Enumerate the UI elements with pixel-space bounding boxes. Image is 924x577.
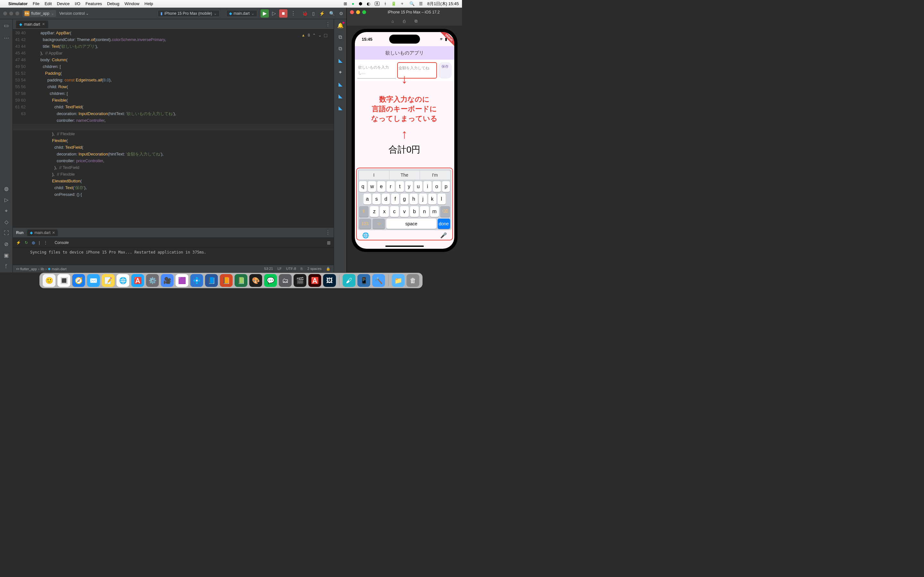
control-center-icon[interactable]: ☰ (419, 1, 423, 6)
keyboard-suggestions[interactable]: I The I'm (359, 171, 450, 179)
key-t[interactable]: t (396, 181, 404, 192)
line-separator[interactable]: LF (278, 267, 282, 271)
sim-window-controls[interactable] (350, 10, 366, 14)
tool-icon[interactable]: ⧉ (338, 46, 342, 52)
dock-app[interactable]: 🅰️ (309, 274, 321, 287)
search-icon[interactable]: 🔍 (329, 11, 334, 16)
more-icon[interactable]: ⋯ (4, 35, 9, 41)
debug-run-icon[interactable]: ▷ (272, 10, 276, 16)
key-r[interactable]: r (387, 181, 395, 192)
flutter-icon[interactable]: ◣ (338, 81, 342, 87)
package-icon[interactable]: ⛶ (4, 230, 9, 236)
warning-icon[interactable]: ⊘ (4, 241, 8, 247)
screenshot-icon[interactable]: ⎙ (403, 19, 405, 24)
key-m[interactable]: m (430, 206, 439, 217)
dock-app[interactable]: 🖌 (342, 274, 355, 287)
key-z[interactable]: z (370, 206, 379, 217)
globe-icon[interactable]: 🌐 (362, 232, 369, 239)
dock-app[interactable]: 🎨 (249, 274, 262, 287)
stop-button[interactable]: ■ (279, 9, 288, 18)
dock-app[interactable]: 📝 (102, 274, 115, 287)
globe-icon[interactable]: ◍ (4, 185, 9, 192)
dock-app[interactable]: ⚙️ (146, 274, 159, 287)
space-key[interactable]: space (386, 219, 436, 229)
dock-app[interactable]: 🔨 (372, 274, 385, 287)
close-icon[interactable]: ✕ (42, 22, 45, 26)
flutter-icon[interactable]: ◣ (338, 93, 342, 99)
suggestion[interactable]: I'm (420, 171, 450, 179)
copy-icon[interactable]: ⧉ (415, 19, 417, 24)
dock-app[interactable]: 🖼 (323, 274, 336, 287)
emoji-key[interactable]: ☺ (373, 219, 385, 229)
home-indicator[interactable] (385, 245, 424, 247)
menu-edit[interactable]: Edit (45, 1, 52, 6)
window-controls[interactable] (3, 11, 19, 15)
key-q[interactable]: q (359, 181, 367, 192)
shift-key[interactable]: ⇧ (359, 206, 369, 217)
dock-app[interactable]: 📱 (357, 274, 370, 287)
key-v[interactable]: v (400, 206, 409, 217)
key-u[interactable]: u (414, 181, 422, 192)
mic-icon[interactable]: 🎤 (440, 232, 447, 239)
run-file-tab[interactable]: ◆ main.dart ✕ (27, 229, 58, 236)
menu-debug[interactable]: Debug (107, 1, 120, 6)
notifications-icon[interactable]: 🔔 (337, 23, 344, 29)
key-i[interactable]: i (423, 181, 431, 192)
more-icon[interactable]: ⋮ (291, 10, 296, 16)
device-icon[interactable]: ▯ (312, 11, 315, 16)
menu-file[interactable]: File (33, 1, 39, 6)
code-editor[interactable]: 39 40 41 42 43 44 45 46 47 48 49 50 51 5… (13, 29, 334, 227)
restart-icon[interactable]: ↻ (25, 240, 28, 245)
key-b[interactable]: b (410, 206, 419, 217)
key-f[interactable]: f (391, 193, 399, 205)
bolt-icon[interactable]: ⚡ (16, 240, 21, 245)
home-icon[interactable]: ⌂ (391, 19, 394, 24)
key-g[interactable]: g (401, 193, 409, 205)
key-y[interactable]: y (405, 181, 413, 192)
tool-icon[interactable]: ⧉ (338, 34, 342, 40)
dock-app[interactable]: 🗑 (407, 274, 419, 287)
iphone-screen[interactable]: DEBUG 15:45 ᯤ▮ 欲しいものアプリ 欲しいものを入力し… 金額を入力… (355, 32, 454, 249)
key-a[interactable]: a (363, 193, 372, 205)
dock-app[interactable]: 🧭 (72, 274, 85, 287)
battery-icon[interactable]: 🔋 (391, 1, 396, 6)
dock-app[interactable]: 📁 (392, 274, 405, 287)
numbers-key[interactable]: 123 (359, 219, 372, 229)
dock-app[interactable]: 📘 (205, 274, 218, 287)
dock-app[interactable]: 🎬 (294, 274, 306, 287)
menu-window[interactable]: Window (124, 1, 139, 6)
backspace-key[interactable]: ⌫ (440, 206, 450, 217)
dock-app[interactable]: 🎥 (161, 274, 174, 287)
wifi-icon[interactable]: ᯤ (401, 1, 405, 6)
key-x[interactable]: x (380, 206, 389, 217)
key-d[interactable]: d (382, 193, 390, 205)
key-n[interactable]: n (420, 206, 429, 217)
key-o[interactable]: o (433, 181, 441, 192)
breadcrumbs[interactable]: ▭ flutter_app › lib › ◆main.dart (16, 267, 66, 271)
version-control[interactable]: Version control⌄ (59, 11, 89, 16)
terminal-icon[interactable]: ▣ (4, 252, 9, 258)
lock-icon[interactable]: 🔒 (326, 267, 330, 271)
dock-app[interactable]: 📗 (234, 274, 247, 287)
devtools-icon[interactable]: ◍ (32, 240, 35, 245)
editor-tab[interactable]: ◆ main.dart ✕ (16, 21, 48, 28)
inspection-badge[interactable]: ▲ 8 ⌃⌄ (301, 32, 327, 39)
dock-app[interactable]: 🔳 (57, 274, 70, 287)
key-l[interactable]: l (438, 193, 446, 205)
spotlight-icon[interactable]: 🔍 (409, 1, 415, 6)
key-w[interactable]: w (368, 181, 376, 192)
ai-icon[interactable]: ✦ (338, 69, 342, 75)
more-icon[interactable]: ⋮ (44, 240, 47, 245)
key-s[interactable]: s (373, 193, 381, 205)
menuextra-icon[interactable]: ⊞ (344, 1, 347, 6)
flutter-icon[interactable]: ◣ (338, 57, 342, 63)
bug-icon[interactable]: ⌖ (5, 208, 8, 214)
diamond-icon[interactable]: ◇ (5, 219, 8, 225)
run-config-selector[interactable]: ◆ main.dart⌄ (226, 10, 257, 17)
key-h[interactable]: h (410, 193, 418, 205)
tab-more-icon[interactable]: ⋮ (325, 21, 334, 27)
menu-help[interactable]: Help (144, 1, 153, 6)
key-c[interactable]: c (390, 206, 399, 217)
bug-icon[interactable]: 🐞 (302, 11, 308, 16)
encoding[interactable]: UTF-8 (286, 267, 296, 271)
